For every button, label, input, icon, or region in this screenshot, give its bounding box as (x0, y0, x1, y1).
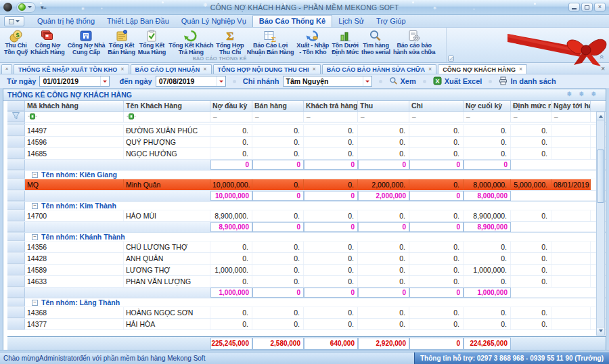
tab-scroll-stub[interactable]: × (1, 64, 12, 74)
filter-cell[interactable] (25, 112, 124, 122)
column-header[interactable]: Ngày tới hạn (551, 101, 591, 111)
row-indicator[interactable] (7, 148, 25, 159)
to-date-input[interactable]: 07/08/2019 (156, 76, 226, 87)
row-indicator[interactable] (7, 265, 25, 275)
column-header[interactable]: Khách trả hàng (304, 101, 358, 111)
row-indicator[interactable] (7, 276, 25, 287)
close-button[interactable]: × (594, 3, 606, 12)
close-tab-icon[interactable]: × (203, 66, 206, 72)
document-tab[interactable]: BÁO CÁO LỢI NHUẬN× (131, 64, 212, 74)
document-tab[interactable]: CÔNG NỢ KHÁCH HÀNG× (438, 64, 527, 74)
window-menu-button[interactable] (4, 16, 24, 26)
row-indicator[interactable] (7, 125, 25, 136)
filter-cell[interactable]: – (464, 112, 511, 122)
filter-condition-icon[interactable] (127, 112, 136, 122)
ribbon-button[interactable]: Công NợKhách Hàng (29, 28, 66, 56)
document-tab[interactable]: TỔNG HỢP NỘI DUNG THU CHI× (213, 64, 321, 74)
close-tab-icon[interactable]: × (428, 66, 432, 72)
menu-tab-lịch-sử[interactable]: Lịch Sử (332, 16, 370, 27)
menu-tab-báo-cáo-thống-kê[interactable]: Báo Cáo Thống Kê (252, 15, 332, 27)
scroll-down-button[interactable] (597, 327, 604, 335)
menu-tab-thiết-lập-ban-đầu[interactable]: Thiết Lập Ban Đầu (101, 16, 175, 27)
row-indicator[interactable] (7, 179, 25, 190)
maximize-button[interactable] (581, 3, 593, 12)
ribbon-button[interactable]: Báo cáo bảohành sửa chữa (392, 28, 436, 56)
close-tab-icon[interactable]: × (519, 66, 522, 72)
filter-cell[interactable]: – (304, 112, 358, 122)
menu-tab-trợ-giúp[interactable]: Trợ Giúp (370, 16, 411, 27)
column-header[interactable]: Nợ cuối kỳ (464, 101, 511, 111)
vertical-scrollbar[interactable] (596, 112, 605, 336)
filter-cell[interactable]: – (511, 112, 551, 122)
close-tab-icon[interactable]: × (120, 66, 124, 72)
ribbon-button[interactable]: Công Nợ NhàCung Cấp (66, 28, 107, 56)
ribbon-button[interactable]: Xuất - Nhập- Tồn Kho (295, 28, 330, 56)
in-danh-sách-button[interactable]: In danh sách (499, 76, 556, 87)
table-row[interactable]: 14700HẢO MÙI8,900,000.0.0.0.0.8,900,000.… (7, 210, 606, 222)
group-row[interactable]: −Tên nhóm: Kiên Giang (7, 170, 606, 179)
group-row[interactable]: −Tên nhóm: Khánh Thành (7, 233, 606, 242)
scrollbar-track[interactable] (597, 120, 604, 327)
table-row[interactable]: 14633PHAN VĂN LƯỢNG0.0.0.0.0.0.0. (7, 276, 606, 288)
table-row[interactable]: 14428ANH QUÂN0.0.0.0.0.0.0. (7, 253, 606, 265)
document-tab[interactable]: BÁO CÁO BẢO HÀNH SỬA CHỮA× (322, 64, 436, 74)
ribbon-button[interactable]: Tổng KếtBán Hàng (106, 28, 136, 56)
ribbon-button[interactable]: $Thu ChiTồn Quỹ (3, 28, 29, 56)
column-header[interactable]: Thu (358, 101, 409, 111)
row-indicator[interactable] (7, 253, 25, 264)
group-row[interactable]: −Tên nhóm: Lãng Thành (7, 298, 606, 307)
group-row[interactable]: −Tên nhóm: Kim Thành (7, 202, 606, 210)
filter-condition-icon[interactable] (28, 112, 37, 122)
table-row[interactable]: 14589LƯƠNG THỢ1,000,000.0.0.0.0.1,000,00… (7, 265, 606, 276)
row-indicator[interactable] (7, 288, 25, 298)
column-header[interactable]: Chi (409, 101, 464, 111)
collapse-icon[interactable]: − (32, 203, 38, 209)
filter-cell[interactable]: – (409, 112, 464, 122)
from-date-input[interactable]: 01/01/2019 (39, 76, 110, 87)
column-header[interactable]: Bán hàng (252, 101, 304, 111)
row-indicator[interactable] (7, 210, 25, 221)
close-tab-icon[interactable]: × (601, 65, 605, 72)
ribbon-button[interactable]: Tìm hàngtheo serial (360, 28, 392, 56)
row-indicator[interactable] (7, 191, 25, 201)
column-header[interactable]: Định mức nợ (511, 101, 551, 111)
row-indicator[interactable] (7, 298, 25, 306)
filter-cell[interactable]: – (551, 112, 591, 122)
row-indicator[interactable] (7, 137, 25, 147)
ribbon-button[interactable]: Tổng KếtMua Hàng (137, 28, 167, 56)
dialog-launcher-icon[interactable]: ◿ (448, 55, 454, 62)
dropdown-button[interactable] (363, 76, 371, 86)
ribbon-button[interactable]: ΣBáo Cáo LợiNhuận Bán Hàng (246, 28, 296, 56)
ribbon-button[interactable]: ΣTổng HợpThu Chi (215, 28, 245, 56)
table-row[interactable]: 14377HẢI HÒA0.0.0.0.0.0.0. (7, 319, 606, 330)
menu-tab-quản-trị-hệ-thống[interactable]: Quản trị hệ thống (31, 16, 101, 27)
dropdown-button[interactable] (100, 76, 109, 86)
minimize-button[interactable] (568, 3, 580, 12)
column-header[interactable]: Mã khách hàng (25, 101, 124, 111)
row-indicator[interactable] (7, 160, 25, 170)
row-indicator[interactable] (7, 242, 25, 252)
row-indicator[interactable] (7, 319, 25, 329)
column-header[interactable]: Tên Khách Hàng (124, 101, 210, 111)
ribbon-button[interactable]: Tổng Kết KháchTrả Hàng (167, 28, 215, 56)
document-tab[interactable]: THỐNG KÊ NHẬP XUẤT TỒN KHO× (14, 64, 129, 74)
xem-button[interactable]: Xem (389, 76, 416, 87)
collapse-icon[interactable]: − (32, 172, 38, 178)
collapse-icon[interactable]: − (32, 300, 38, 306)
table-row[interactable]: 14497ĐƯỜNG XUÂN PHÚC0.0.0.0.0.0.0. (7, 125, 606, 137)
table-row[interactable]: 14356CHÚ LƯƠNG THỢ0.0.0.0.0.0.0. (7, 242, 606, 253)
menu-tab-quản-lý-nghiệp-vụ[interactable]: Quản Lý Nghiệp Vụ (175, 16, 252, 27)
filter-cell[interactable]: – (210, 112, 252, 122)
table-row[interactable]: 14596QUÝ PHƯỢNG0.0.0.0.0.0.0. (7, 137, 606, 148)
branch-select[interactable]: Tâm Nguyện (283, 76, 372, 87)
filter-cell[interactable]: – (358, 112, 409, 122)
collapse-icon[interactable]: − (32, 234, 38, 240)
table-row[interactable]: MQMinh Quân10,000,000.0.0.2,000,000.0.8,… (7, 179, 606, 191)
table-row[interactable]: 14685NGỌC HƯỞNG0.0.0.0.0.0.0. (7, 148, 606, 160)
ribbon-button[interactable]: Tồn DướiĐịnh Mức (330, 28, 360, 56)
close-tab-icon[interactable]: × (313, 66, 316, 72)
row-indicator[interactable] (7, 202, 25, 210)
row-indicator[interactable] (7, 170, 25, 179)
xuất-excel-button[interactable]: XXuất Excel (433, 76, 482, 87)
scroll-up-button[interactable] (597, 112, 604, 120)
